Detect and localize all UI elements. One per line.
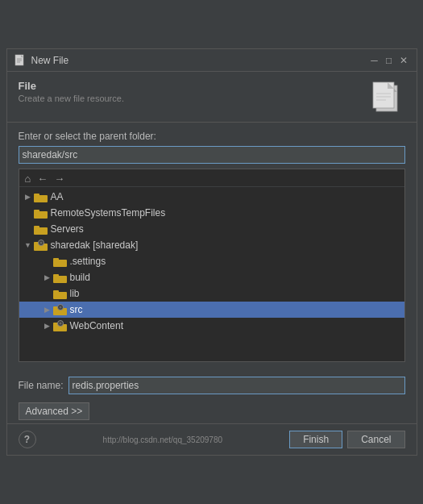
tree-item[interactable]: RemoteSystemsTempFiles [19, 205, 404, 221]
svg-rect-23 [53, 260, 67, 267]
finish-button[interactable]: Finish [289, 431, 342, 448]
file-name-input[interactable] [68, 377, 405, 394]
section-title: File [19, 80, 124, 92]
tree-item-label: lib [70, 288, 80, 299]
project-icon [34, 240, 48, 251]
content-section: Enter or select the parent folder: ⌂ ← →… [7, 123, 417, 370]
tree-item-label: sharedak [sharedak] [51, 240, 139, 251]
file-name-label: File name: [19, 380, 64, 391]
tree-item-label: src [70, 304, 83, 315]
header-text: File Create a new file resource. [19, 80, 124, 103]
svg-rect-17 [34, 227, 48, 235]
window-controls: ─ □ ✕ [368, 54, 410, 67]
tree-item[interactable]: ▼ sharedak [sharedak] [19, 237, 404, 253]
folder-icon [34, 223, 48, 235]
svg-point-31 [59, 306, 61, 309]
new-file-dialog: New File ─ □ ✕ File Create a new file re… [6, 48, 417, 456]
close-button[interactable]: ✕ [397, 54, 410, 67]
tree-item[interactable]: ▶ WebContent [19, 318, 404, 334]
maximize-button[interactable]: □ [383, 54, 396, 67]
new-file-large-icon [371, 79, 405, 116]
tree-item[interactable]: ▶ build [19, 269, 404, 285]
tree-item-label: Servers [51, 223, 84, 235]
watermark-text: http://blog.csdn.net/qq_35209780 [36, 435, 290, 444]
folder-icon [53, 288, 68, 299]
folder-icon [34, 191, 48, 202]
minimize-button[interactable]: ─ [368, 54, 381, 67]
svg-rect-27 [53, 292, 67, 299]
svg-rect-13 [34, 195, 48, 202]
advanced-button[interactable]: Advanced >> [19, 402, 90, 420]
tree-forward-button[interactable]: → [52, 173, 67, 185]
folder-input[interactable] [19, 146, 405, 164]
tree-item[interactable]: Servers [19, 221, 404, 237]
tree-item[interactable]: ▶ AA [19, 189, 404, 205]
tree-item-label: AA [51, 191, 64, 202]
svg-rect-15 [34, 211, 48, 219]
tree-item-label: WebContent [70, 320, 124, 331]
action-buttons: Finish Cancel [289, 431, 404, 448]
title-bar: New File ─ □ ✕ [7, 49, 417, 72]
help-button[interactable]: ? [19, 431, 36, 448]
header-section: File Create a new file resource. [7, 72, 417, 123]
file-name-section: File name: [7, 370, 417, 398]
folder-tree-panel: ⌂ ← → ▶ AA [19, 169, 405, 362]
tree-item-src[interactable]: ▶ src [19, 302, 404, 318]
dialog-icon [14, 54, 27, 67]
tree-item-label: RemoteSystemsTempFiles [51, 207, 166, 219]
project-icon [53, 320, 68, 331]
advanced-section: Advanced >> [7, 398, 417, 423]
folder-icon [53, 256, 68, 267]
project-icon [53, 304, 68, 315]
tree-item-label: build [70, 272, 90, 283]
folder-label: Enter or select the parent folder: [19, 131, 405, 142]
tree-item[interactable]: .settings [19, 253, 404, 269]
section-subtitle: Create a new file resource. [19, 94, 124, 103]
folder-icon [53, 272, 68, 283]
folder-icon [34, 207, 48, 219]
tree-toolbar: ⌂ ← → [19, 171, 404, 187]
svg-rect-25 [53, 276, 67, 283]
bottom-bar: ? http://blog.csdn.net/qq_35209780 Finis… [7, 423, 417, 455]
svg-point-21 [39, 242, 42, 244]
dialog-title: New File [31, 55, 363, 66]
tree-item[interactable]: lib [19, 285, 404, 302]
tree-back-button[interactable]: ← [35, 173, 50, 185]
tree-item-label: .settings [70, 256, 106, 267]
svg-point-35 [59, 323, 61, 325]
tree-home-button[interactable]: ⌂ [23, 173, 34, 185]
cancel-button[interactable]: Cancel [347, 431, 404, 448]
header-icon-area [365, 80, 405, 115]
